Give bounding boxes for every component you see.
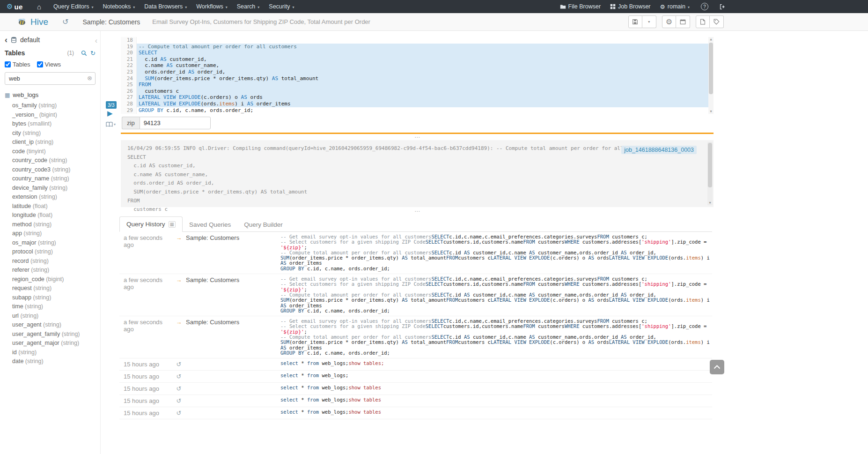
history-row[interactable]: a few seconds ago→Sample: Customers-- Ge… [119, 274, 712, 316]
column-item-user-agent-family[interactable]: user_agent_family (string) [12, 330, 100, 339]
table-item-web-logs[interactable]: ▦ web_logs [0, 87, 100, 100]
column-item-record[interactable]: record (string) [12, 257, 100, 266]
scroll-up-icon[interactable]: ▲ [708, 37, 714, 41]
tables-checkbox-label[interactable]: Tables [13, 61, 30, 68]
column-item-country-code[interactable]: country_code (string) [12, 156, 100, 165]
grid-icon [610, 4, 616, 9]
resize-handle-icon[interactable] [121, 135, 714, 139]
history-row[interactable]: 15 hours ago↺select * from web_logs; [119, 371, 712, 383]
editor-scroll-thumb[interactable] [709, 43, 713, 94]
history-timestamp: 15 hours ago [119, 409, 172, 417]
tab-saved-queries[interactable]: Saved Queries [183, 217, 237, 232]
database-name[interactable]: default [20, 36, 40, 44]
column-item-date[interactable]: date (string) [12, 357, 100, 366]
menu-data-browsers[interactable]: Data Browsers▾ [140, 0, 191, 13]
collapse-sidebar-icon[interactable]: ‹ [95, 37, 97, 45]
resize-handle-icon[interactable] [121, 209, 714, 213]
views-checkbox-label[interactable]: Views [45, 61, 61, 68]
history-row[interactable]: 15 hours ago↺select * from web_logs;show… [119, 407, 712, 419]
column-item-url[interactable]: url (string) [12, 312, 100, 321]
execution-counter-badge[interactable]: 3/3 [106, 101, 117, 109]
menu-security[interactable]: Security▾ [264, 0, 299, 13]
log-scroll-thumb[interactable] [708, 143, 712, 187]
column-item-bytes[interactable]: bytes (smallint) [12, 119, 100, 129]
views-checkbox[interactable] [37, 61, 43, 67]
tab-query-builder[interactable]: Query Builder [237, 217, 289, 232]
column-item-app[interactable]: app (string) [12, 229, 100, 238]
column-item-country-name[interactable]: country_name (string) [12, 174, 100, 184]
tags-button[interactable] [710, 15, 724, 28]
execute-query-button[interactable]: ▶ [107, 109, 113, 118]
editor-scrollbar[interactable]: ▲ ▼ [708, 37, 714, 114]
scroll-down-icon[interactable]: ▼ [707, 201, 713, 205]
column-item-user-agent-major[interactable]: user_agent_major (string) [12, 339, 100, 348]
save-options-button[interactable]: ▾ [642, 15, 656, 28]
column-item-referer[interactable]: referer (string) [12, 266, 100, 275]
query-navigator-button[interactable]: ▾ [106, 121, 116, 127]
menu-search[interactable]: Search▾ [232, 0, 265, 13]
scroll-down-icon[interactable]: ▼ [708, 110, 714, 113]
clear-search-icon[interactable]: ⊗ [87, 74, 92, 82]
history-row[interactable]: 15 hours ago↺select * from web_logs;show… [119, 395, 712, 407]
search-icon[interactable] [81, 50, 87, 56]
history-row[interactable]: 15 hours ago↺select * from web_logs;show… [119, 358, 712, 371]
schedule-button[interactable] [676, 15, 690, 28]
job-browser-button[interactable]: Job Browser [605, 0, 655, 13]
document-icon [700, 19, 706, 25]
tables-count: (1) [67, 50, 74, 56]
hue-logo[interactable]: ⚙ ue [0, 2, 29, 11]
column-item-longitude[interactable]: longitude (float) [12, 211, 100, 220]
editor-code-area[interactable]: -- Compute total amount per order for al… [137, 37, 708, 114]
back-chevron-icon[interactable]: ‹ [5, 37, 7, 43]
menu-query-editors[interactable]: Query Editors▾ [49, 0, 98, 13]
column-item--version-[interactable]: _version_ (bigint) [12, 111, 100, 120]
tables-checkbox[interactable] [5, 61, 11, 67]
menu-label: Workflows [196, 3, 223, 10]
gear-icon: ⚙ [666, 17, 672, 26]
table-search-input[interactable] [5, 72, 96, 85]
history-row[interactable]: a few seconds ago→Sample: Customers-- Ge… [119, 316, 712, 358]
column-item-request[interactable]: request (string) [12, 284, 100, 293]
file-browser-button[interactable]: File Browser [555, 0, 605, 13]
settings-button[interactable]: ⚙ [662, 15, 676, 28]
menu-workflows[interactable]: Workflows▾ [191, 0, 232, 13]
user-menu[interactable]: ⚙ romain ▾ [655, 0, 694, 13]
column-item-method[interactable]: method (string) [12, 220, 100, 230]
column-item-device-family[interactable]: device_family (string) [12, 184, 100, 193]
history-row[interactable]: a few seconds ago→Sample: Customers-- Ge… [119, 232, 712, 274]
app-name[interactable]: Hive [30, 17, 48, 27]
home-icon[interactable]: ⌂ [29, 3, 49, 11]
column-item-time[interactable]: time (string) [12, 302, 100, 312]
column-item-city[interactable]: city (string) [12, 129, 100, 138]
refresh-icon[interactable]: ↻ [90, 50, 96, 57]
tab-query-history[interactable]: Query History▦ [119, 216, 183, 232]
column-item-id[interactable]: id (string) [12, 348, 100, 357]
code-line: LATERAL VIEW EXPLODE(c.orders) o AS ords [137, 94, 708, 101]
column-item-protocol[interactable]: protocol (string) [12, 247, 100, 257]
column-item-os-major[interactable]: os_major (string) [12, 238, 100, 248]
sql-editor[interactable]: 181920212223242526272829 -- Compute tota… [121, 37, 714, 114]
column-item-client-ip[interactable]: client_ip (string) [12, 138, 100, 147]
column-item-region-code[interactable]: region_code (bigint) [12, 275, 100, 284]
new-document-button[interactable] [696, 15, 710, 28]
log-scrollbar[interactable]: ▼ [707, 142, 713, 205]
help-button[interactable]: ? [694, 0, 715, 13]
column-item-os-family[interactable]: os_family (string) [12, 101, 100, 111]
history-row[interactable]: 15 hours ago↺select * from web_logs;show… [119, 383, 712, 395]
column-item-code[interactable]: code (tinyint) [12, 147, 100, 156]
column-item-user-agent[interactable]: user_agent (string) [12, 320, 100, 330]
logout-button[interactable] [715, 0, 730, 13]
job-link[interactable]: job_1461888648136_0003 [621, 146, 697, 154]
code-line: customers c [137, 88, 708, 95]
menu-notebooks[interactable]: Notebooks▾ [98, 0, 140, 13]
menu-label: Notebooks [103, 3, 131, 10]
history-icon[interactable]: ↺ [62, 17, 68, 26]
column-item-subapp[interactable]: subapp (string) [12, 293, 100, 303]
column-item-extension[interactable]: extension (string) [12, 193, 100, 202]
variable-zip-input[interactable] [140, 117, 211, 129]
column-item-country-code3[interactable]: country_code3 (string) [12, 165, 100, 175]
save-button[interactable] [628, 15, 642, 28]
query-status-icon: → [172, 319, 186, 326]
scroll-to-top-button[interactable] [710, 360, 724, 374]
column-item-latitude[interactable]: latitude (float) [12, 202, 100, 211]
